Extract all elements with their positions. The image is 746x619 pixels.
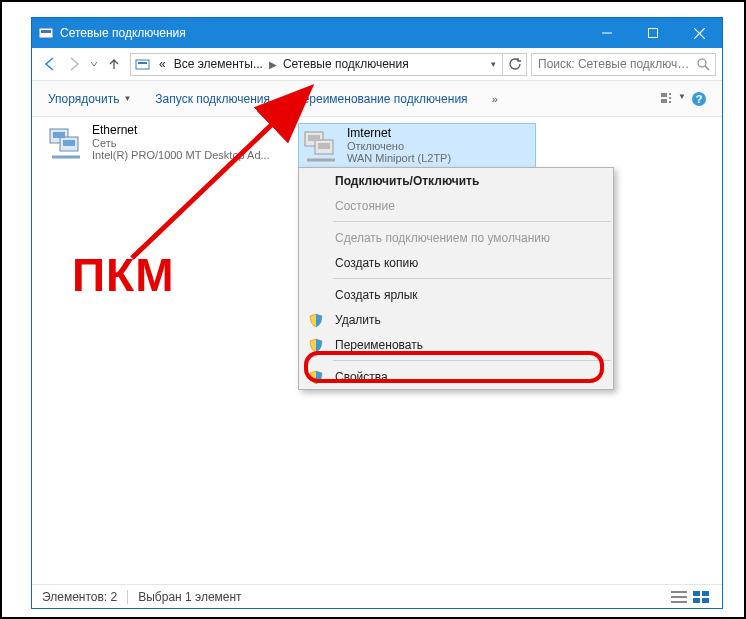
svg-rect-32 [702,591,709,596]
shield-icon [307,313,325,327]
close-button[interactable] [676,18,722,48]
search-icon [691,58,715,71]
menu-delete[interactable]: Удалить [299,307,613,332]
svg-rect-3 [649,29,658,38]
svg-point-8 [698,59,706,67]
more-chevron-icon[interactable]: » [486,89,504,109]
app-icon [32,25,60,41]
back-button[interactable] [38,52,62,76]
menu-connect-disconnect[interactable]: Подключить/Отключить [299,168,613,193]
svg-rect-30 [671,601,687,603]
shield-icon [307,338,325,352]
connection-status: Сеть [92,137,270,149]
svg-rect-11 [661,99,667,103]
search-placeholder: Поиск: Сетевые подключения [532,57,691,71]
toolbar: Упорядочить▼ Запуск подключения Переимен… [32,81,722,117]
ethernet-icon [46,123,86,163]
svg-rect-12 [669,93,671,95]
svg-rect-24 [308,135,320,141]
svg-rect-31 [693,591,700,596]
connection-device: Intel(R) PRO/1000 MT Desktop Ad... [92,149,270,161]
menu-create-shortcut[interactable]: Создать ярлык [299,282,613,307]
svg-rect-1 [41,30,51,33]
connection-name: Imternet [347,126,451,140]
status-selection: Выбран 1 элемент [138,590,241,604]
nav-bar: « Все элементы... ▶ Сетевые подключения … [32,48,722,81]
connection-ethernet[interactable]: Ethernet Сеть Intel(R) PRO/1000 MT Deskt… [46,123,284,163]
svg-rect-33 [693,598,700,603]
shield-icon [307,370,325,384]
help-button[interactable]: ? [686,91,712,107]
forward-button[interactable] [62,52,86,76]
svg-rect-29 [671,596,687,598]
view-options-button[interactable]: ▼ [660,92,686,106]
refresh-button[interactable] [502,54,526,75]
menu-rename[interactable]: Переименовать [299,332,613,357]
crumb-network-connections[interactable]: Сетевые подключения [279,54,413,75]
titlebar[interactable]: Сетевые подключения [32,18,722,48]
start-connection-button[interactable]: Запуск подключения [149,88,276,110]
connection-device: WAN Miniport (L2TP) [347,152,451,164]
menu-properties[interactable]: Свойства [299,364,613,389]
crumb-all-items[interactable]: Все элементы... [170,54,267,75]
menu-separator [333,278,611,279]
address-icon [131,54,155,75]
context-menu: Подключить/Отключить Состояние Сделать п… [298,167,614,390]
menu-state: Состояние [299,193,613,218]
annotation-label: ПКМ [72,248,174,302]
menu-separator [333,360,611,361]
svg-line-9 [705,66,709,70]
history-dropdown[interactable] [86,52,102,76]
view-large-icons-button[interactable] [690,591,712,603]
svg-rect-25 [318,143,330,149]
crumb-prefix: « [155,54,170,75]
crumb-sep-icon: ▶ [267,59,279,70]
up-button[interactable] [102,52,126,76]
content-area[interactable]: Ethernet Сеть Intel(R) PRO/1000 MT Deskt… [32,117,722,584]
rename-connection-button[interactable]: Переименование подключения [288,88,474,110]
svg-rect-7 [138,62,147,64]
connection-text: Imternet Отключено WAN Miniport (L2TP) [347,126,451,166]
window: Сетевые подключения « Все элементы... ▶ … [31,17,723,609]
svg-rect-13 [669,97,671,99]
connection-name: Ethernet [92,123,270,137]
view-details-button[interactable] [668,591,690,603]
menu-set-default: Сделать подключением по умолчанию [299,225,613,250]
address-dropdown[interactable]: ▾ [484,59,502,69]
internet-icon [301,126,341,166]
svg-rect-34 [702,598,709,603]
menu-create-copy[interactable]: Создать копию [299,250,613,275]
status-item-count: Элементов: 2 [42,590,117,604]
svg-text:?: ? [696,93,703,105]
status-bar: Элементов: 2 Выбран 1 элемент [32,584,722,608]
status-divider [127,590,128,604]
svg-rect-20 [63,140,75,146]
address-bar[interactable]: « Все элементы... ▶ Сетевые подключения … [130,53,527,76]
minimize-button[interactable] [584,18,630,48]
svg-rect-28 [671,591,687,593]
svg-rect-14 [669,101,671,103]
svg-rect-10 [661,93,667,97]
svg-rect-6 [136,60,149,69]
maximize-button[interactable] [630,18,676,48]
svg-rect-19 [53,132,65,138]
connection-internet[interactable]: Imternet Отключено WAN Miniport (L2TP) [298,123,536,169]
organize-menu[interactable]: Упорядочить▼ [42,88,137,110]
connection-status: Отключено [347,140,451,152]
search-box[interactable]: Поиск: Сетевые подключения [531,53,716,76]
connection-text: Ethernet Сеть Intel(R) PRO/1000 MT Deskt… [92,123,270,163]
menu-separator [333,221,611,222]
window-title: Сетевые подключения [60,26,584,40]
